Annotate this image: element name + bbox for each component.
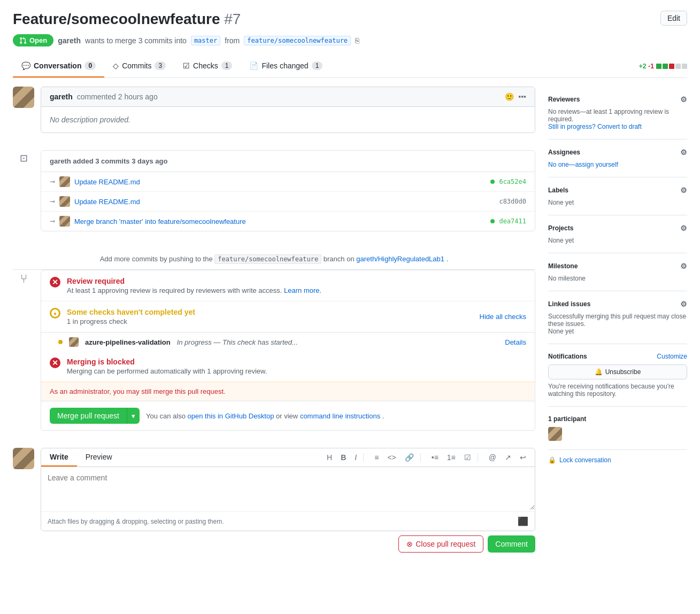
lock-conversation[interactable]: 🔒 Lock conversation xyxy=(548,456,687,464)
close-pull-request-button[interactable]: ⊗ Close pull request xyxy=(398,535,483,553)
code-icon[interactable]: <> xyxy=(385,452,398,463)
commit-hash-3: dea7411 xyxy=(499,217,526,225)
notifications-desc: You're receiving notifications because y… xyxy=(548,383,687,398)
labels-section: Labels ⚙ None yet xyxy=(548,177,687,215)
comment-time: commented 2 hours ago xyxy=(77,92,158,101)
bullet-list-icon[interactable]: •≡ xyxy=(429,452,441,463)
merge-note: You can also open this in GitHub Desktop… xyxy=(146,412,384,420)
comment-body: No description provided. xyxy=(41,107,535,133)
projects-title: Projects xyxy=(548,224,573,232)
emoji-icon[interactable]: 🙂 xyxy=(505,92,514,101)
edit-button[interactable]: Edit xyxy=(660,11,687,26)
pr-author: gareth xyxy=(58,36,81,45)
commit-message-2[interactable]: Update README.md xyxy=(74,198,495,206)
heading-icon[interactable]: H xyxy=(325,452,334,463)
reference-icon[interactable]: ↗ xyxy=(503,452,513,463)
commit-item: ⊸ Update README.md 6ca52e4 xyxy=(41,172,535,192)
undo-icon[interactable]: ↩ xyxy=(518,452,528,463)
mention-icon[interactable]: @ xyxy=(487,452,498,463)
merge-icon: ⑂ xyxy=(20,272,27,286)
linked-issues-title: Linked issues xyxy=(548,300,590,308)
source-branch[interactable]: feature/somecoolnewfeature xyxy=(244,36,351,45)
push-notice: Add more commits by pushing to the featu… xyxy=(13,248,535,270)
attach-hint: Attach files by dragging & dropping, sel… xyxy=(48,518,224,525)
blocked-desc: Merging can be performed automatically w… xyxy=(67,367,267,375)
repo-link[interactable]: gareth/HighlyRegulatedLab1 xyxy=(356,255,444,263)
commits-header: gareth added 3 commits 3 days ago xyxy=(41,151,535,172)
divider-2 xyxy=(420,453,425,462)
italic-icon[interactable]: I xyxy=(352,452,359,463)
markdown-icon: ⬛ xyxy=(518,516,528,526)
preview-tab[interactable]: Preview xyxy=(77,448,121,467)
labels-gear[interactable]: ⚙ xyxy=(680,186,687,195)
merging-blocked: ✕ Merging is blocked Merging can be perf… xyxy=(41,351,535,382)
unsubscribe-button[interactable]: 🔔 Unsubscribe xyxy=(548,364,687,379)
labels-title: Labels xyxy=(548,186,568,194)
participant-avatar xyxy=(548,427,562,441)
commit-group-icon: ⊡ xyxy=(20,152,28,164)
comment-button[interactable]: Comment xyxy=(488,535,535,553)
merge-pull-request-button[interactable]: Merge pull request xyxy=(50,408,127,424)
review-required-desc: At least 1 approving review is required … xyxy=(67,286,321,294)
tab-conversation[interactable]: 💬 Conversation 0 xyxy=(13,55,104,77)
command-line-link[interactable]: command line instructions xyxy=(300,412,380,420)
linked-issues-gear[interactable]: ⚙ xyxy=(680,300,687,308)
divider-3 xyxy=(478,453,482,462)
copy-icon[interactable]: ⎘ xyxy=(355,36,359,45)
pr-meta: Open gareth wants to merge 3 commits int… xyxy=(13,34,687,46)
tab-commits[interactable]: ◇ Commits 3 xyxy=(104,55,174,77)
pipeline-name: azure-pipelines-validation xyxy=(85,338,171,346)
admin-note: As an administrator, you may still merge… xyxy=(41,382,535,401)
push-branch: feature/somecoolnewfeature xyxy=(214,254,321,264)
linked-issues-section: Linked issues ⚙ Successfully merging thi… xyxy=(548,291,687,344)
learn-more-link[interactable]: Learn more. xyxy=(284,286,321,294)
linked-issues-desc: Successfully merging this pull request m… xyxy=(548,313,687,328)
reviewers-title: Reviewers xyxy=(548,96,580,103)
numbered-list-icon[interactable]: 1≡ xyxy=(445,452,458,463)
customize-link[interactable]: Customize xyxy=(657,353,687,360)
incomplete-icon: ● xyxy=(50,308,60,318)
merge-dropdown-button[interactable]: ▾ xyxy=(127,408,140,424)
comment-textarea[interactable] xyxy=(41,467,535,510)
projects-section: Projects ⚙ None yet xyxy=(548,215,687,253)
hide-checks-link[interactable]: Hide all checks xyxy=(480,313,526,321)
details-link[interactable]: Details xyxy=(505,338,526,346)
close-icon: ⊗ xyxy=(406,540,413,548)
link-icon[interactable]: 🔗 xyxy=(403,452,416,463)
avatar xyxy=(13,87,34,108)
sidebar: Reviewers ⚙ No reviews—at least 1 approv… xyxy=(548,87,687,553)
git-pull-request-icon xyxy=(19,37,27,44)
reviewers-desc: No reviews—at least 1 approving review i… xyxy=(548,108,687,123)
milestone-title: Milestone xyxy=(548,262,578,270)
notifications-section: Notifications Customize 🔔 Unsubscribe Yo… xyxy=(548,344,687,407)
target-branch[interactable]: master xyxy=(191,36,220,45)
tab-files-changed[interactable]: 📄 Files changed 1 xyxy=(241,55,331,77)
convert-to-draft-link[interactable]: Still in progress? Convert to draft xyxy=(548,123,687,130)
participants-section: 1 participant xyxy=(548,407,687,450)
milestone-none: No milestone xyxy=(548,275,687,282)
participants-label: 1 participant xyxy=(548,415,586,423)
reviewers-gear[interactable]: ⚙ xyxy=(680,95,687,104)
task-list-icon[interactable]: ☑ xyxy=(462,452,473,463)
write-tab[interactable]: Write xyxy=(41,448,77,467)
bold-icon[interactable]: B xyxy=(339,452,348,463)
more-options-icon[interactable]: ••• xyxy=(518,92,526,101)
tab-checks[interactable]: ☑ Checks 1 xyxy=(174,55,241,77)
reviewers-section: Reviewers ⚙ No reviews—at least 1 approv… xyxy=(548,87,687,139)
open-in-desktop-link[interactable]: open this in GitHub Desktop xyxy=(188,412,274,420)
milestone-section: Milestone ⚙ No milestone xyxy=(548,253,687,291)
open-badge: Open xyxy=(13,34,53,46)
review-required-icon: ✕ xyxy=(50,277,60,287)
commit-hash-2: c83d0d0 xyxy=(499,198,526,205)
projects-gear[interactable]: ⚙ xyxy=(680,224,687,232)
commit-message-3[interactable]: Merge branch 'master' into feature/somec… xyxy=(74,217,486,226)
assign-yourself-link[interactable]: No one—assign yourself xyxy=(548,161,687,168)
milestone-gear[interactable]: ⚙ xyxy=(680,262,687,270)
diff-stats: +2 -1 xyxy=(639,63,687,70)
pipeline-dot xyxy=(58,340,63,344)
list-icon[interactable]: ≡ xyxy=(372,452,381,463)
assignees-gear[interactable]: ⚙ xyxy=(680,148,687,157)
editor-tabs: Write Preview H B I ≡ <> 🔗 •≡ 1≡ xyxy=(41,448,535,467)
commit-message-1[interactable]: Update README.md xyxy=(74,178,486,186)
incomplete-checks: ● Some checks haven't completed yet 1 in… xyxy=(41,301,535,332)
